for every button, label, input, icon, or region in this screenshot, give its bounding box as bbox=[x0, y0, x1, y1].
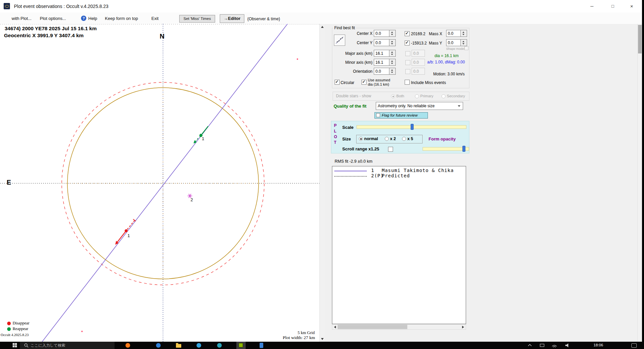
scale-label: Scale bbox=[342, 125, 354, 130]
mass-x-label: Mass X bbox=[429, 32, 442, 36]
quality-dropdown-value: Astrometry only. No reliable size bbox=[378, 104, 435, 108]
editor-button[interactable]: →Editor bbox=[220, 14, 244, 23]
double-stars-secondary-label: Secondary bbox=[447, 94, 465, 98]
plot-vertical-letter-l: L bbox=[334, 129, 336, 133]
opacity-slider-track[interactable] bbox=[423, 147, 469, 151]
center-y-spinner[interactable] bbox=[389, 39, 396, 46]
arrow-left-icon bbox=[334, 326, 336, 328]
set-miss-times-button[interactable]: Set 'Miss' Times bbox=[179, 15, 215, 23]
legend-reappear-dot bbox=[7, 327, 11, 331]
scroll-left-button[interactable] bbox=[332, 324, 338, 329]
major-axis-spinner[interactable] bbox=[389, 50, 396, 57]
taskbar-clock[interactable]: 18:06 bbox=[594, 343, 603, 347]
scroll-down-button[interactable] bbox=[320, 336, 325, 342]
scrollbar-thumb[interactable] bbox=[638, 25, 642, 53]
form-vertical-scrollbar[interactable] bbox=[637, 24, 642, 342]
occult-app-icon bbox=[239, 343, 243, 347]
observations-listbox[interactable]: 1 Masumi Takimoto & Chika 2(P) Predicted bbox=[332, 166, 466, 324]
size-x2-radio[interactable] bbox=[385, 137, 389, 141]
rms-fit-label: RMS fit -2.9 ±0.0 km bbox=[335, 159, 372, 164]
plot-area[interactable]: 34674) 2000 YE78 2025 Jul 15 16.1 km Geo… bbox=[0, 24, 319, 342]
include-miss-events-checkbox[interactable] bbox=[405, 80, 410, 85]
mass-y-input[interactable]: 0.0 bbox=[446, 39, 461, 46]
observation-name[interactable]: Predicted bbox=[382, 173, 410, 178]
minimize-button[interactable]: ─ bbox=[582, 0, 602, 13]
menu-plot-options[interactable]: Plot options... bbox=[40, 16, 66, 21]
diameter-note: dia = 16.1 km bbox=[435, 53, 458, 58]
arrow-down-icon bbox=[321, 338, 324, 340]
action-center-icon[interactable] bbox=[631, 343, 637, 348]
plot-header-geocentric: Geocentric X 3991.9 Y 3407.4 km bbox=[4, 33, 84, 39]
plot-header-object: 34674) 2000 YE78 2025 Jul 15 16.1 km bbox=[5, 26, 97, 32]
tray-display-icon[interactable] bbox=[540, 344, 544, 347]
taskbar-active-app[interactable] bbox=[236, 342, 246, 349]
scrollbar-thumb[interactable] bbox=[338, 325, 407, 329]
use-assumed-dia-checkbox[interactable] bbox=[362, 80, 366, 85]
double-stars-both-radio bbox=[391, 94, 395, 98]
size-x5-radio[interactable] bbox=[402, 137, 406, 141]
tray-wifi-icon[interactable] bbox=[552, 345, 557, 347]
list-horizontal-scrollbar[interactable] bbox=[332, 324, 466, 330]
form-opacity-label[interactable]: Form opacity bbox=[429, 136, 456, 141]
tray-speaker-icon[interactable] bbox=[565, 343, 568, 347]
size-normal-label: normal bbox=[364, 136, 378, 141]
taskbar-search[interactable]: ここに入力して検索 bbox=[20, 342, 115, 349]
system-tray bbox=[526, 343, 586, 348]
taskbar-app-icon[interactable] bbox=[197, 343, 201, 348]
occult-version-label: Occult 4.2025.8.23 bbox=[1, 333, 29, 337]
axis-ratio-note: a/b: 1.00, dMag: 0.00 bbox=[427, 60, 465, 64]
flag-review-checkbox[interactable] bbox=[376, 113, 380, 117]
east-label: E bbox=[7, 179, 11, 186]
mass-x-input[interactable]: 0.0 bbox=[446, 30, 461, 37]
mass-y-spinner[interactable] bbox=[461, 39, 467, 46]
center-y-input[interactable]: 0.0 bbox=[374, 39, 389, 46]
scroll-range-checkbox[interactable] bbox=[388, 147, 393, 152]
file-explorer-icon[interactable] bbox=[176, 344, 181, 348]
arrow-up-icon bbox=[321, 26, 324, 28]
observation-line-style bbox=[334, 171, 367, 171]
center-x-spinner[interactable] bbox=[389, 30, 396, 37]
observer-time-item[interactable]: {Observer & time} bbox=[247, 17, 280, 21]
start-button[interactable] bbox=[13, 343, 17, 347]
circular-label: Circular bbox=[341, 80, 354, 85]
orientation-spinner[interactable] bbox=[389, 68, 396, 75]
menu-keep-form-on-top[interactable]: Keep form on top bbox=[105, 16, 138, 21]
circular-checkbox[interactable] bbox=[335, 80, 340, 85]
occult-window: Plot event observations : Occult v.4.202… bbox=[0, 0, 642, 342]
plot-vertical-letter-p: P bbox=[334, 123, 337, 128]
tray-chevron-up-icon[interactable] bbox=[528, 344, 531, 346]
minor-axis-input[interactable]: 16.1 bbox=[374, 59, 389, 66]
observation-name[interactable]: Masumi Takimoto & Chika bbox=[382, 168, 454, 173]
scroll-right-button[interactable] bbox=[460, 324, 466, 329]
mass-x-spinner[interactable] bbox=[461, 30, 467, 37]
orientation-input[interactable]: 0.0 bbox=[374, 68, 389, 75]
plot-vertical-scrollbar[interactable] bbox=[319, 24, 325, 342]
help-icon[interactable]: ? bbox=[81, 16, 86, 21]
size-x2-label: x 2 bbox=[390, 136, 396, 141]
double-stars-both-label: Both bbox=[396, 94, 404, 98]
maximize-button[interactable]: □ bbox=[603, 0, 622, 13]
major-axis-input[interactable]: 16.1 bbox=[374, 50, 389, 57]
size-normal-radio[interactable] bbox=[359, 137, 363, 141]
minor-axis-spinner[interactable] bbox=[389, 59, 396, 66]
disappear-chord-number: 1 bbox=[127, 233, 130, 238]
center-x-input[interactable]: 0.0 bbox=[374, 30, 389, 37]
mass-x-checkbox[interactable] bbox=[405, 31, 410, 36]
menu-with-plot[interactable]: with Plot... bbox=[12, 16, 32, 21]
shape-model-checkbox bbox=[464, 46, 468, 50]
mass-y-checkbox[interactable] bbox=[405, 41, 410, 45]
quality-dropdown[interactable]: Astrometry only. No reliable size bbox=[376, 102, 463, 110]
taskbar-app-icon[interactable] bbox=[156, 343, 161, 348]
close-button[interactable]: × bbox=[622, 0, 641, 13]
menu-exit[interactable]: Exit bbox=[151, 16, 159, 21]
chord1-line bbox=[42, 24, 287, 342]
scale-slider-thumb[interactable] bbox=[411, 124, 414, 130]
opacity-slider-thumb[interactable] bbox=[462, 146, 465, 152]
arrow-right-icon bbox=[462, 326, 464, 328]
observation-number[interactable]: 1 bbox=[371, 168, 374, 173]
your-phone-icon[interactable] bbox=[260, 343, 263, 348]
taskbar-app-icon[interactable] bbox=[217, 343, 222, 348]
scroll-up-button[interactable] bbox=[320, 24, 325, 30]
taskbar-app-icon[interactable] bbox=[125, 343, 130, 348]
menu-help[interactable]: Help bbox=[88, 16, 97, 21]
